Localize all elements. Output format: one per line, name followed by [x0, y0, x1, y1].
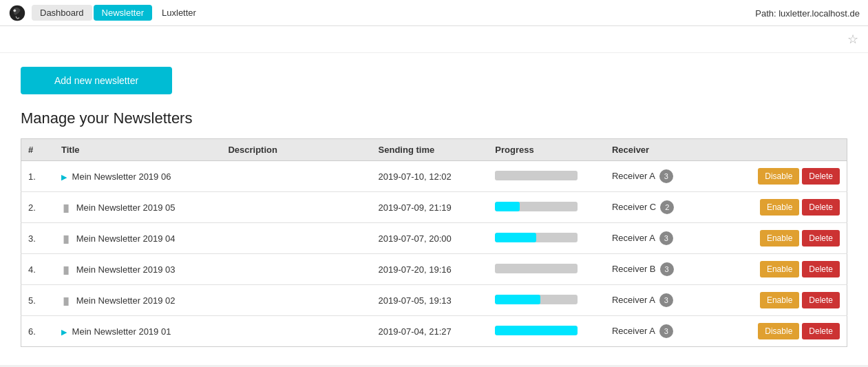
row-receiver: Receiver A3	[605, 223, 714, 254]
receiver-badge: 3	[660, 262, 674, 276]
row-actions: DisableDelete	[714, 161, 847, 192]
enable-button[interactable]: Enable	[760, 199, 799, 216]
row-sending-time: 2019-07-09, 21:19	[372, 192, 489, 223]
app-logo	[7, 3, 28, 23]
progress-bar-bg	[495, 264, 578, 273]
row-progress	[488, 285, 605, 316]
table-row: 5.▐▌ Mein Newsletter 2019 022019-07-05, …	[21, 285, 847, 316]
row-actions: EnableDelete	[714, 285, 847, 316]
progress-bar-fill	[495, 202, 520, 211]
progress-bar-bg	[495, 202, 578, 211]
star-icon[interactable]: ☆	[847, 32, 858, 47]
col-header-num: #	[21, 139, 54, 161]
row-title: ▐▌ Mein Newsletter 2019 05	[54, 192, 221, 223]
row-actions: EnableDelete	[714, 254, 847, 285]
receiver-badge: 3	[659, 169, 673, 183]
progress-bar-bg	[495, 171, 578, 180]
row-desc	[221, 254, 371, 285]
row-desc	[221, 316, 371, 347]
table-row: 2.▐▌ Mein Newsletter 2019 052019-07-09, …	[21, 192, 847, 223]
row-title: ▶ Mein Newsletter 2019 01	[54, 316, 221, 347]
delete-button[interactable]: Delete	[802, 323, 840, 339]
receiver-badge: 3	[659, 231, 673, 245]
svg-point-1	[13, 9, 16, 12]
row-num: 2.	[21, 192, 54, 223]
disable-button[interactable]: Disable	[758, 168, 799, 185]
row-sending-time: 2019-07-04, 21:27	[372, 316, 489, 347]
col-header-desc: Description	[221, 139, 371, 161]
row-num: 1.	[21, 161, 54, 192]
row-receiver: Receiver B3	[605, 254, 714, 285]
disable-button[interactable]: Disable	[758, 323, 799, 339]
row-actions: EnableDelete	[714, 223, 847, 254]
col-header-progress: Progress	[488, 139, 605, 161]
row-num: 3.	[21, 223, 54, 254]
play-icon: ▶	[61, 328, 67, 336]
row-desc	[221, 285, 371, 316]
row-desc	[221, 223, 371, 254]
receiver-badge: 2	[660, 200, 674, 214]
row-progress	[488, 316, 605, 347]
row-sending-time: 2019-07-07, 20:00	[372, 223, 489, 254]
row-progress	[488, 254, 605, 285]
row-title: ▐▌ Mein Newsletter 2019 03	[54, 254, 221, 285]
enable-button[interactable]: Enable	[760, 292, 799, 308]
row-num: 6.	[21, 316, 54, 347]
row-num: 5.	[21, 285, 54, 316]
row-title: ▶ Mein Newsletter 2019 06	[54, 161, 221, 192]
row-receiver: Receiver C2	[605, 192, 714, 223]
tab-luxletter[interactable]: Luxletter	[154, 5, 204, 21]
receiver-badge: 3	[659, 293, 673, 307]
delete-button[interactable]: Delete	[802, 168, 840, 185]
progress-bar-bg	[495, 326, 578, 335]
tab-dashboard[interactable]: Dashboard	[32, 5, 92, 21]
progress-bar-bg	[495, 295, 578, 304]
row-sending-time: 2019-07-20, 19:16	[372, 254, 489, 285]
row-title: ▐▌ Mein Newsletter 2019 02	[54, 285, 221, 316]
progress-bar-fill	[495, 295, 540, 304]
tab-newsletter[interactable]: Newsletter	[94, 5, 152, 21]
row-sending-time: 2019-07-05, 19:13	[372, 285, 489, 316]
section-title: Manage your Newsletters	[21, 109, 847, 127]
progress-bar-fill	[495, 233, 536, 242]
delete-button[interactable]: Delete	[802, 261, 840, 277]
delete-button[interactable]: Delete	[802, 230, 840, 247]
row-actions: EnableDelete	[714, 192, 847, 223]
pause-icon: ▐▌	[61, 297, 71, 305]
pause-icon: ▐▌	[61, 235, 71, 243]
main-content: Add new newsletter Manage your Newslette…	[0, 53, 868, 365]
row-desc	[221, 192, 371, 223]
play-icon: ▶	[61, 173, 67, 181]
receiver-badge: 3	[659, 324, 673, 338]
row-receiver: Receiver A3	[605, 285, 714, 316]
col-header-receiver: Receiver	[605, 139, 714, 161]
row-sending-time: 2019-07-10, 12:02	[372, 161, 489, 192]
enable-button[interactable]: Enable	[760, 230, 799, 247]
newsletter-table: # Title Description Sending time Progres…	[21, 138, 847, 347]
pause-icon: ▐▌	[61, 205, 71, 212]
header: Dashboard Newsletter Luxletter Path: lux…	[0, 0, 868, 26]
row-desc	[221, 161, 371, 192]
table-body: 1.▶ Mein Newsletter 2019 062019-07-10, 1…	[21, 161, 847, 347]
row-receiver: Receiver A3	[605, 161, 714, 192]
row-actions: DisableDelete	[714, 316, 847, 347]
delete-button[interactable]: Delete	[802, 199, 840, 216]
row-receiver: Receiver A3	[605, 316, 714, 347]
row-title: ▐▌ Mein Newsletter 2019 04	[54, 223, 221, 254]
pause-icon: ▐▌	[61, 266, 71, 274]
row-num: 4.	[21, 254, 54, 285]
table-row: 6.▶ Mein Newsletter 2019 012019-07-04, 2…	[21, 316, 847, 347]
row-progress	[488, 223, 605, 254]
row-progress	[488, 161, 605, 192]
nav-tabs: Dashboard Newsletter Luxletter	[32, 5, 204, 21]
star-row: ☆	[0, 26, 868, 53]
progress-bar-fill	[495, 326, 578, 335]
table-row: 4.▐▌ Mein Newsletter 2019 032019-07-20, …	[21, 254, 847, 285]
table-row: 3.▐▌ Mein Newsletter 2019 042019-07-07, …	[21, 223, 847, 254]
path-info: Path: luxletter.localhost.de	[755, 8, 860, 18]
enable-button[interactable]: Enable	[760, 261, 799, 277]
delete-button[interactable]: Delete	[802, 292, 840, 308]
add-newsletter-button[interactable]: Add new newsletter	[21, 67, 172, 94]
progress-bar-bg	[495, 233, 578, 242]
table-header: # Title Description Sending time Progres…	[21, 139, 847, 161]
